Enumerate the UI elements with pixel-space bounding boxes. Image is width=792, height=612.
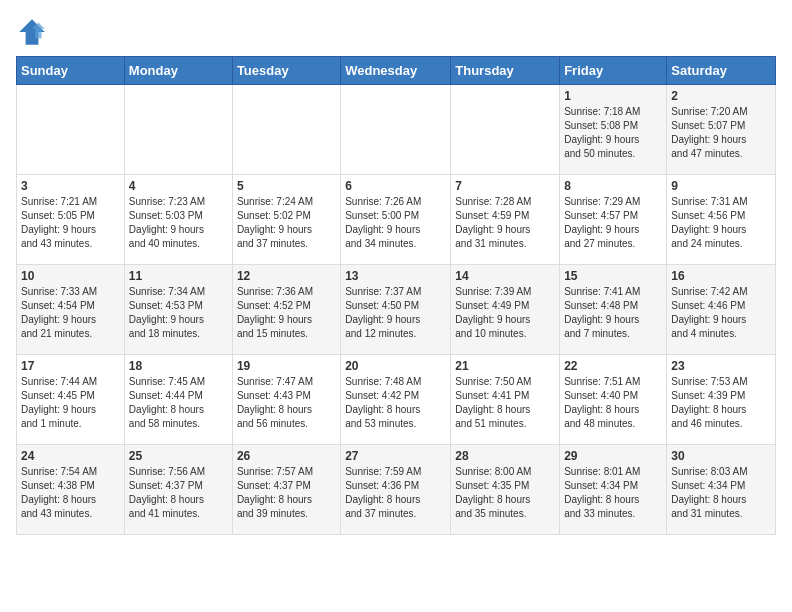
calendar-week-row: 3Sunrise: 7:21 AM Sunset: 5:05 PM Daylig… <box>17 175 776 265</box>
weekday-header-thursday: Thursday <box>451 57 560 85</box>
day-number: 3 <box>21 179 120 193</box>
day-info: Sunrise: 8:01 AM Sunset: 4:34 PM Dayligh… <box>564 465 662 521</box>
day-number: 23 <box>671 359 771 373</box>
calendar-cell: 1Sunrise: 7:18 AM Sunset: 5:08 PM Daylig… <box>560 85 667 175</box>
weekday-header-monday: Monday <box>124 57 232 85</box>
day-number: 26 <box>237 449 336 463</box>
day-info: Sunrise: 7:36 AM Sunset: 4:52 PM Dayligh… <box>237 285 336 341</box>
day-info: Sunrise: 7:23 AM Sunset: 5:03 PM Dayligh… <box>129 195 228 251</box>
calendar-cell: 30Sunrise: 8:03 AM Sunset: 4:34 PM Dayli… <box>667 445 776 535</box>
calendar-cell: 24Sunrise: 7:54 AM Sunset: 4:38 PM Dayli… <box>17 445 125 535</box>
day-number: 7 <box>455 179 555 193</box>
calendar-cell: 3Sunrise: 7:21 AM Sunset: 5:05 PM Daylig… <box>17 175 125 265</box>
calendar-cell: 14Sunrise: 7:39 AM Sunset: 4:49 PM Dayli… <box>451 265 560 355</box>
logo-icon <box>16 16 48 48</box>
calendar-cell: 27Sunrise: 7:59 AM Sunset: 4:36 PM Dayli… <box>341 445 451 535</box>
day-info: Sunrise: 7:41 AM Sunset: 4:48 PM Dayligh… <box>564 285 662 341</box>
day-info: Sunrise: 7:18 AM Sunset: 5:08 PM Dayligh… <box>564 105 662 161</box>
calendar-cell: 25Sunrise: 7:56 AM Sunset: 4:37 PM Dayli… <box>124 445 232 535</box>
calendar-week-row: 1Sunrise: 7:18 AM Sunset: 5:08 PM Daylig… <box>17 85 776 175</box>
day-number: 2 <box>671 89 771 103</box>
calendar-cell: 19Sunrise: 7:47 AM Sunset: 4:43 PM Dayli… <box>232 355 340 445</box>
day-info: Sunrise: 7:53 AM Sunset: 4:39 PM Dayligh… <box>671 375 771 431</box>
calendar-week-row: 17Sunrise: 7:44 AM Sunset: 4:45 PM Dayli… <box>17 355 776 445</box>
day-number: 22 <box>564 359 662 373</box>
calendar-cell: 4Sunrise: 7:23 AM Sunset: 5:03 PM Daylig… <box>124 175 232 265</box>
day-info: Sunrise: 7:51 AM Sunset: 4:40 PM Dayligh… <box>564 375 662 431</box>
calendar-cell: 2Sunrise: 7:20 AM Sunset: 5:07 PM Daylig… <box>667 85 776 175</box>
day-number: 24 <box>21 449 120 463</box>
calendar-cell: 5Sunrise: 7:24 AM Sunset: 5:02 PM Daylig… <box>232 175 340 265</box>
calendar-cell <box>341 85 451 175</box>
day-info: Sunrise: 7:37 AM Sunset: 4:50 PM Dayligh… <box>345 285 446 341</box>
calendar-cell: 7Sunrise: 7:28 AM Sunset: 4:59 PM Daylig… <box>451 175 560 265</box>
day-number: 6 <box>345 179 446 193</box>
calendar-cell <box>232 85 340 175</box>
calendar-cell: 16Sunrise: 7:42 AM Sunset: 4:46 PM Dayli… <box>667 265 776 355</box>
day-number: 27 <box>345 449 446 463</box>
day-number: 17 <box>21 359 120 373</box>
day-number: 14 <box>455 269 555 283</box>
day-number: 20 <box>345 359 446 373</box>
calendar-cell <box>124 85 232 175</box>
calendar-cell <box>451 85 560 175</box>
day-info: Sunrise: 7:57 AM Sunset: 4:37 PM Dayligh… <box>237 465 336 521</box>
weekday-header-saturday: Saturday <box>667 57 776 85</box>
weekday-header-sunday: Sunday <box>17 57 125 85</box>
calendar-cell: 23Sunrise: 7:53 AM Sunset: 4:39 PM Dayli… <box>667 355 776 445</box>
day-number: 1 <box>564 89 662 103</box>
day-number: 4 <box>129 179 228 193</box>
day-info: Sunrise: 7:26 AM Sunset: 5:00 PM Dayligh… <box>345 195 446 251</box>
day-number: 29 <box>564 449 662 463</box>
day-info: Sunrise: 7:50 AM Sunset: 4:41 PM Dayligh… <box>455 375 555 431</box>
day-info: Sunrise: 7:21 AM Sunset: 5:05 PM Dayligh… <box>21 195 120 251</box>
day-info: Sunrise: 7:48 AM Sunset: 4:42 PM Dayligh… <box>345 375 446 431</box>
calendar-cell: 29Sunrise: 8:01 AM Sunset: 4:34 PM Dayli… <box>560 445 667 535</box>
calendar-cell: 22Sunrise: 7:51 AM Sunset: 4:40 PM Dayli… <box>560 355 667 445</box>
day-number: 16 <box>671 269 771 283</box>
day-info: Sunrise: 7:33 AM Sunset: 4:54 PM Dayligh… <box>21 285 120 341</box>
day-info: Sunrise: 7:59 AM Sunset: 4:36 PM Dayligh… <box>345 465 446 521</box>
calendar-week-row: 10Sunrise: 7:33 AM Sunset: 4:54 PM Dayli… <box>17 265 776 355</box>
calendar-cell: 17Sunrise: 7:44 AM Sunset: 4:45 PM Dayli… <box>17 355 125 445</box>
calendar-cell: 9Sunrise: 7:31 AM Sunset: 4:56 PM Daylig… <box>667 175 776 265</box>
day-number: 5 <box>237 179 336 193</box>
day-info: Sunrise: 8:00 AM Sunset: 4:35 PM Dayligh… <box>455 465 555 521</box>
calendar-cell: 20Sunrise: 7:48 AM Sunset: 4:42 PM Dayli… <box>341 355 451 445</box>
day-info: Sunrise: 7:56 AM Sunset: 4:37 PM Dayligh… <box>129 465 228 521</box>
calendar-cell: 6Sunrise: 7:26 AM Sunset: 5:00 PM Daylig… <box>341 175 451 265</box>
day-number: 28 <box>455 449 555 463</box>
day-number: 18 <box>129 359 228 373</box>
calendar-cell: 15Sunrise: 7:41 AM Sunset: 4:48 PM Dayli… <box>560 265 667 355</box>
day-number: 12 <box>237 269 336 283</box>
logo <box>16 16 52 48</box>
day-info: Sunrise: 7:24 AM Sunset: 5:02 PM Dayligh… <box>237 195 336 251</box>
calendar-cell: 26Sunrise: 7:57 AM Sunset: 4:37 PM Dayli… <box>232 445 340 535</box>
calendar-week-row: 24Sunrise: 7:54 AM Sunset: 4:38 PM Dayli… <box>17 445 776 535</box>
calendar-cell: 8Sunrise: 7:29 AM Sunset: 4:57 PM Daylig… <box>560 175 667 265</box>
day-info: Sunrise: 7:20 AM Sunset: 5:07 PM Dayligh… <box>671 105 771 161</box>
day-number: 9 <box>671 179 771 193</box>
day-info: Sunrise: 7:34 AM Sunset: 4:53 PM Dayligh… <box>129 285 228 341</box>
day-number: 30 <box>671 449 771 463</box>
calendar-cell: 10Sunrise: 7:33 AM Sunset: 4:54 PM Dayli… <box>17 265 125 355</box>
day-info: Sunrise: 7:31 AM Sunset: 4:56 PM Dayligh… <box>671 195 771 251</box>
calendar-table: SundayMondayTuesdayWednesdayThursdayFrid… <box>16 56 776 535</box>
weekday-header-row: SundayMondayTuesdayWednesdayThursdayFrid… <box>17 57 776 85</box>
page-header <box>16 16 776 48</box>
day-info: Sunrise: 7:54 AM Sunset: 4:38 PM Dayligh… <box>21 465 120 521</box>
day-number: 19 <box>237 359 336 373</box>
day-number: 8 <box>564 179 662 193</box>
day-info: Sunrise: 7:45 AM Sunset: 4:44 PM Dayligh… <box>129 375 228 431</box>
calendar-cell: 18Sunrise: 7:45 AM Sunset: 4:44 PM Dayli… <box>124 355 232 445</box>
day-number: 10 <box>21 269 120 283</box>
weekday-header-wednesday: Wednesday <box>341 57 451 85</box>
day-info: Sunrise: 7:42 AM Sunset: 4:46 PM Dayligh… <box>671 285 771 341</box>
day-info: Sunrise: 8:03 AM Sunset: 4:34 PM Dayligh… <box>671 465 771 521</box>
day-info: Sunrise: 7:44 AM Sunset: 4:45 PM Dayligh… <box>21 375 120 431</box>
calendar-cell: 28Sunrise: 8:00 AM Sunset: 4:35 PM Dayli… <box>451 445 560 535</box>
calendar-cell: 11Sunrise: 7:34 AM Sunset: 4:53 PM Dayli… <box>124 265 232 355</box>
day-number: 13 <box>345 269 446 283</box>
day-number: 21 <box>455 359 555 373</box>
calendar-cell <box>17 85 125 175</box>
